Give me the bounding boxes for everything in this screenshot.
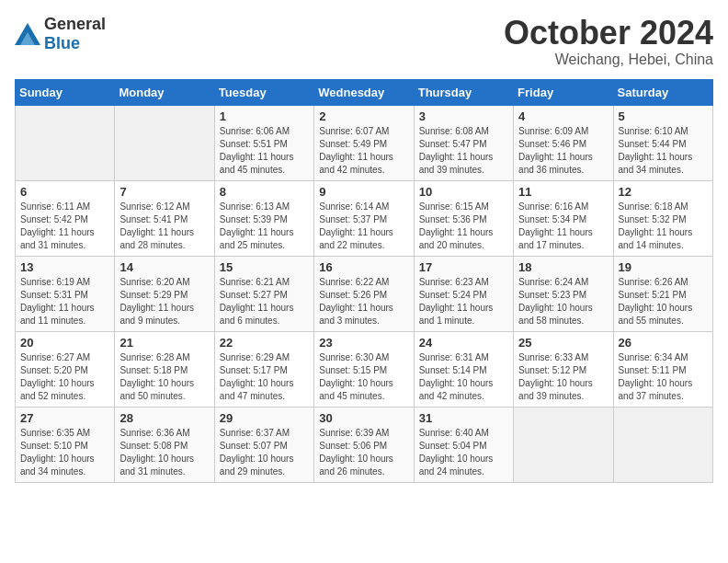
day-number: 31 — [419, 411, 508, 425]
day-number: 28 — [119, 411, 209, 425]
day-info: Sunrise: 6:34 AMSunset: 5:11 PMDaylight:… — [619, 351, 708, 403]
calendar-cell: 14Sunrise: 6:20 AMSunset: 5:29 PMDayligh… — [115, 256, 214, 331]
day-number: 23 — [319, 336, 408, 350]
day-number: 12 — [619, 185, 708, 199]
calendar-cell: 4Sunrise: 6:09 AMSunset: 5:46 PMDaylight… — [514, 105, 613, 180]
calendar-cell: 23Sunrise: 6:30 AMSunset: 5:15 PMDayligh… — [314, 331, 414, 407]
day-info: Sunrise: 6:24 AMSunset: 5:23 PMDaylight:… — [518, 276, 608, 327]
calendar-cell: 7Sunrise: 6:12 AMSunset: 5:41 PMDaylight… — [115, 180, 214, 256]
day-info: Sunrise: 6:06 AMSunset: 5:51 PMDaylight:… — [220, 125, 309, 177]
day-info: Sunrise: 6:21 AMSunset: 5:27 PMDaylight:… — [220, 276, 309, 327]
calendar-cell: 1Sunrise: 6:06 AMSunset: 5:51 PMDaylight… — [214, 105, 313, 180]
calendar-cell: 11Sunrise: 6:16 AMSunset: 5:34 PMDayligh… — [514, 180, 613, 256]
calendar-week-row: 6Sunrise: 6:11 AMSunset: 5:42 PMDaylight… — [16, 180, 713, 256]
day-info: Sunrise: 6:09 AMSunset: 5:46 PMDaylight:… — [518, 125, 608, 177]
day-number: 2 — [319, 109, 408, 123]
calendar-cell: 16Sunrise: 6:22 AMSunset: 5:26 PMDayligh… — [314, 256, 414, 331]
logo-text-blue: Blue — [44, 34, 80, 52]
calendar-cell: 24Sunrise: 6:31 AMSunset: 5:14 PMDayligh… — [414, 331, 513, 407]
calendar-cell: 2Sunrise: 6:07 AMSunset: 5:49 PMDaylight… — [314, 105, 414, 180]
calendar-cell: 6Sunrise: 6:11 AMSunset: 5:42 PMDaylight… — [16, 180, 115, 256]
day-number: 25 — [518, 336, 608, 350]
logo-icon — [15, 23, 40, 45]
day-info: Sunrise: 6:23 AMSunset: 5:24 PMDaylight:… — [419, 276, 508, 327]
calendar-week-row: 1Sunrise: 6:06 AMSunset: 5:51 PMDaylight… — [16, 105, 713, 180]
day-number: 17 — [419, 260, 508, 274]
day-info: Sunrise: 6:31 AMSunset: 5:14 PMDaylight:… — [419, 351, 508, 403]
calendar-cell: 31Sunrise: 6:40 AMSunset: 5:04 PMDayligh… — [414, 407, 513, 482]
day-number: 14 — [119, 260, 209, 274]
location-title: Weichang, Hebei, China — [504, 52, 713, 68]
calendar-cell: 18Sunrise: 6:24 AMSunset: 5:23 PMDayligh… — [514, 256, 613, 331]
day-info: Sunrise: 6:28 AMSunset: 5:18 PMDaylight:… — [119, 351, 209, 403]
day-number: 13 — [20, 260, 109, 274]
day-number: 3 — [419, 109, 508, 123]
calendar-cell: 5Sunrise: 6:10 AMSunset: 5:44 PMDaylight… — [613, 105, 712, 180]
day-info: Sunrise: 6:15 AMSunset: 5:36 PMDaylight:… — [419, 201, 508, 252]
weekday-header-row: SundayMondayTuesdayWednesdayThursdayFrid… — [16, 79, 713, 105]
day-info: Sunrise: 6:40 AMSunset: 5:04 PMDaylight:… — [419, 427, 508, 478]
day-number: 27 — [20, 411, 109, 425]
day-info: Sunrise: 6:11 AMSunset: 5:42 PMDaylight:… — [20, 201, 109, 252]
logo-text-general: General — [44, 15, 106, 33]
day-info: Sunrise: 6:22 AMSunset: 5:26 PMDaylight:… — [319, 276, 408, 327]
calendar-cell: 29Sunrise: 6:37 AMSunset: 5:07 PMDayligh… — [214, 407, 313, 482]
day-info: Sunrise: 6:12 AMSunset: 5:41 PMDaylight:… — [119, 201, 209, 252]
calendar-cell: 30Sunrise: 6:39 AMSunset: 5:06 PMDayligh… — [314, 407, 414, 482]
day-number: 24 — [419, 336, 508, 350]
calendar-cell — [16, 105, 115, 180]
calendar-cell: 10Sunrise: 6:15 AMSunset: 5:36 PMDayligh… — [414, 180, 513, 256]
day-info: Sunrise: 6:30 AMSunset: 5:15 PMDaylight:… — [319, 351, 408, 403]
calendar-cell: 28Sunrise: 6:36 AMSunset: 5:08 PMDayligh… — [115, 407, 214, 482]
page-header: General Blue October 2024 Weichang, Hebe… — [15, 15, 713, 68]
day-number: 18 — [518, 260, 608, 274]
day-info: Sunrise: 6:13 AMSunset: 5:39 PMDaylight:… — [220, 201, 309, 252]
calendar-table: SundayMondayTuesdayWednesdayThursdayFrid… — [15, 79, 713, 483]
calendar-cell: 15Sunrise: 6:21 AMSunset: 5:27 PMDayligh… — [214, 256, 313, 331]
weekday-header: Tuesday — [214, 79, 313, 105]
weekday-header: Wednesday — [314, 79, 414, 105]
day-number: 21 — [119, 336, 209, 350]
day-number: 9 — [319, 185, 408, 199]
calendar-cell: 12Sunrise: 6:18 AMSunset: 5:32 PMDayligh… — [613, 180, 712, 256]
logo: General Blue — [15, 15, 106, 53]
day-info: Sunrise: 6:36 AMSunset: 5:08 PMDaylight:… — [119, 427, 209, 478]
calendar-cell: 27Sunrise: 6:35 AMSunset: 5:10 PMDayligh… — [16, 407, 115, 482]
calendar-cell: 9Sunrise: 6:14 AMSunset: 5:37 PMDaylight… — [314, 180, 414, 256]
day-info: Sunrise: 6:19 AMSunset: 5:31 PMDaylight:… — [20, 276, 109, 327]
calendar-cell — [613, 407, 712, 482]
day-info: Sunrise: 6:27 AMSunset: 5:20 PMDaylight:… — [20, 351, 109, 403]
day-info: Sunrise: 6:33 AMSunset: 5:12 PMDaylight:… — [518, 351, 608, 403]
weekday-header: Friday — [514, 79, 613, 105]
day-number: 29 — [220, 411, 309, 425]
day-number: 10 — [419, 185, 508, 199]
calendar-week-row: 20Sunrise: 6:27 AMSunset: 5:20 PMDayligh… — [16, 331, 713, 407]
weekday-header: Monday — [115, 79, 214, 105]
day-info: Sunrise: 6:18 AMSunset: 5:32 PMDaylight:… — [619, 201, 708, 252]
day-number: 5 — [619, 109, 708, 123]
month-title: October 2024 — [504, 15, 713, 52]
day-number: 19 — [619, 260, 708, 274]
title-block: October 2024 Weichang, Hebei, China — [504, 15, 713, 68]
calendar-cell: 8Sunrise: 6:13 AMSunset: 5:39 PMDaylight… — [214, 180, 313, 256]
day-info: Sunrise: 6:37 AMSunset: 5:07 PMDaylight:… — [220, 427, 309, 478]
weekday-header: Thursday — [414, 79, 513, 105]
day-info: Sunrise: 6:08 AMSunset: 5:47 PMDaylight:… — [419, 125, 508, 177]
day-number: 4 — [518, 109, 608, 123]
day-number: 6 — [20, 185, 109, 199]
day-number: 20 — [20, 336, 109, 350]
day-info: Sunrise: 6:39 AMSunset: 5:06 PMDaylight:… — [319, 427, 408, 478]
calendar-cell: 3Sunrise: 6:08 AMSunset: 5:47 PMDaylight… — [414, 105, 513, 180]
calendar-cell — [514, 407, 613, 482]
day-info: Sunrise: 6:14 AMSunset: 5:37 PMDaylight:… — [319, 201, 408, 252]
day-info: Sunrise: 6:20 AMSunset: 5:29 PMDaylight:… — [119, 276, 209, 327]
day-info: Sunrise: 6:16 AMSunset: 5:34 PMDaylight:… — [518, 201, 608, 252]
calendar-cell: 22Sunrise: 6:29 AMSunset: 5:17 PMDayligh… — [214, 331, 313, 407]
weekday-header: Sunday — [16, 79, 115, 105]
calendar-cell: 17Sunrise: 6:23 AMSunset: 5:24 PMDayligh… — [414, 256, 513, 331]
day-info: Sunrise: 6:35 AMSunset: 5:10 PMDaylight:… — [20, 427, 109, 478]
day-info: Sunrise: 6:10 AMSunset: 5:44 PMDaylight:… — [619, 125, 708, 177]
day-info: Sunrise: 6:07 AMSunset: 5:49 PMDaylight:… — [319, 125, 408, 177]
calendar-cell: 20Sunrise: 6:27 AMSunset: 5:20 PMDayligh… — [16, 331, 115, 407]
day-number: 1 — [220, 109, 309, 123]
